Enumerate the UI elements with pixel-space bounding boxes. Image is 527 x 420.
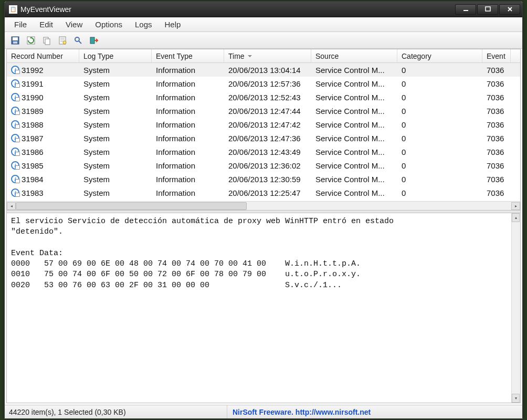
cell-event-type: Information (152, 107, 224, 116)
cell-category: 0 (397, 161, 482, 170)
cell-time: 20/06/2013 12:36:02 (224, 161, 311, 170)
status-credit-link[interactable]: http://www.nirsoft.net (296, 408, 371, 416)
cell-record: 31987 (22, 134, 44, 143)
cell-source: Service Control M... (311, 175, 397, 184)
cell-event-type: Information (152, 188, 224, 197)
table-row[interactable]: i31988SystemInformation20/06/2013 12:47:… (7, 118, 520, 131)
cell-record: 31992 (22, 66, 44, 75)
cell-event-id: 7036 (482, 148, 511, 156)
scroll-down-button[interactable]: ▾ (512, 394, 520, 403)
maximize-button[interactable] (477, 4, 498, 15)
table-row[interactable]: i31986SystemInformation20/06/2013 12:43:… (7, 145, 520, 159)
find-icon[interactable] (72, 34, 85, 47)
cell-log: System (79, 66, 152, 75)
cell-event-id: 7036 (482, 175, 511, 184)
cell-source: Service Control M... (311, 93, 397, 102)
table-row[interactable]: i31984SystemInformation20/06/2013 12:30:… (7, 172, 520, 186)
close-button[interactable] (499, 4, 520, 15)
menu-edit[interactable]: Edit (33, 18, 59, 31)
cell-event-type: Information (152, 93, 224, 102)
cell-event-id: 7036 (482, 161, 511, 170)
cell-source: Service Control M... (311, 79, 397, 88)
cell-log: System (79, 148, 152, 156)
list-body[interactable]: i31992SystemInformation20/06/2013 13:04:… (7, 63, 520, 201)
copy-icon[interactable] (40, 34, 53, 47)
cell-event-type: Information (152, 66, 224, 75)
horizontal-scrollbar[interactable]: ◂ ▸ (7, 201, 520, 210)
cell-time: 20/06/2013 12:43:49 (224, 148, 311, 156)
info-icon: i (11, 175, 19, 183)
table-row[interactable]: i31991SystemInformation20/06/2013 12:57:… (7, 77, 520, 90)
statusbar: 44220 item(s), 1 Selected (0,30 KB) NirS… (5, 405, 522, 418)
scroll-up-button[interactable]: ▴ (512, 213, 520, 222)
cell-event-type: Information (152, 175, 224, 184)
app-icon: 📋 (9, 5, 17, 14)
menu-help[interactable]: Help (159, 18, 187, 31)
titlebar[interactable]: 📋 MyEventViewer (5, 2, 522, 17)
vscroll-track[interactable] (512, 222, 520, 394)
app-window: 📋 MyEventViewer File Edit View Options L… (4, 1, 523, 419)
cell-time: 20/06/2013 12:57:36 (224, 79, 311, 88)
col-log-type[interactable]: Log Type (79, 49, 152, 62)
event-list[interactable]: Record Number Log Type Event Type Time S… (7, 49, 520, 210)
scroll-thumb[interactable] (16, 202, 247, 210)
menu-logs[interactable]: Logs (129, 18, 159, 31)
svg-rect-4 (13, 41, 17, 44)
cell-record: 31986 (22, 148, 44, 156)
cell-category: 0 (397, 188, 482, 197)
cell-time: 20/06/2013 12:47:44 (224, 107, 311, 116)
menu-file[interactable]: File (8, 18, 33, 31)
scroll-left-button[interactable]: ◂ (7, 202, 16, 210)
cell-source: Service Control M... (311, 148, 397, 156)
toolbar (5, 32, 522, 49)
cell-event-id: 7036 (482, 66, 511, 75)
cell-category: 0 (397, 120, 482, 129)
cell-event-type: Information (152, 79, 224, 88)
col-source[interactable]: Source (311, 49, 397, 62)
cell-log: System (79, 134, 152, 143)
menu-options[interactable]: Options (89, 18, 129, 31)
table-row[interactable]: i31983SystemInformation20/06/2013 12:25:… (7, 186, 520, 200)
col-category[interactable]: Category (397, 49, 482, 62)
minimize-button[interactable] (455, 4, 476, 15)
table-row[interactable]: i31985SystemInformation20/06/2013 12:36:… (7, 159, 520, 172)
menu-view[interactable]: View (59, 18, 89, 31)
col-event-id[interactable]: Event (482, 49, 511, 62)
cell-source: Service Control M... (311, 161, 397, 170)
col-event-type[interactable]: Event Type (152, 49, 224, 62)
col-time[interactable]: Time (224, 49, 311, 62)
cell-category: 0 (397, 148, 482, 156)
table-row[interactable]: i31990SystemInformation20/06/2013 12:52:… (7, 90, 520, 104)
scroll-right-button[interactable]: ▸ (511, 202, 520, 210)
table-row[interactable]: i31989SystemInformation20/06/2013 12:47:… (7, 104, 520, 118)
info-icon: i (11, 120, 19, 129)
cell-event-type: Information (152, 161, 224, 170)
svg-rect-0 (463, 10, 468, 11)
vertical-scrollbar[interactable]: ▴ ▾ (511, 213, 520, 403)
status-credit-text: NirSoft Freeware. (233, 408, 296, 416)
scroll-track[interactable] (16, 202, 511, 210)
cell-time: 20/06/2013 12:52:43 (224, 93, 311, 102)
cell-log: System (79, 107, 152, 116)
cell-event-id: 7036 (482, 107, 511, 116)
cell-event-type: Information (152, 148, 224, 156)
cell-event-id: 7036 (482, 188, 511, 197)
col-record-number[interactable]: Record Number (7, 49, 79, 62)
exit-icon[interactable] (88, 34, 100, 47)
save-icon[interactable] (9, 34, 22, 47)
refresh-icon[interactable] (25, 34, 37, 47)
cell-time: 20/06/2013 12:25:47 (224, 188, 311, 197)
info-icon: i (11, 107, 19, 115)
table-row[interactable]: i31992SystemInformation20/06/2013 13:04:… (7, 63, 520, 77)
cell-time: 20/06/2013 12:47:36 (224, 134, 311, 143)
cell-category: 0 (397, 107, 482, 116)
properties-icon[interactable] (56, 34, 69, 47)
content-area: Record Number Log Type Event Type Time S… (6, 49, 521, 403)
table-row[interactable]: i31987SystemInformation20/06/2013 12:47:… (7, 131, 520, 145)
cell-category: 0 (397, 93, 482, 102)
cell-category: 0 (397, 134, 482, 143)
cell-source: Service Control M... (311, 120, 397, 129)
window-buttons (455, 4, 520, 15)
event-details-text[interactable]: El servicio Servicio de detección automá… (7, 213, 511, 403)
cell-event-id: 7036 (482, 134, 511, 143)
